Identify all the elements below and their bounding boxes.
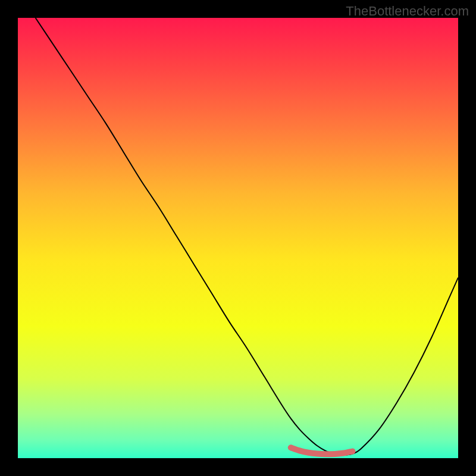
- gradient-bg: [18, 18, 458, 458]
- watermark-text: TheBottlenecker.com: [346, 4, 469, 19]
- chart-container: TheBottlenecker.com: [0, 0, 476, 476]
- plot-area: [18, 18, 458, 458]
- chart-svg: [18, 18, 458, 458]
